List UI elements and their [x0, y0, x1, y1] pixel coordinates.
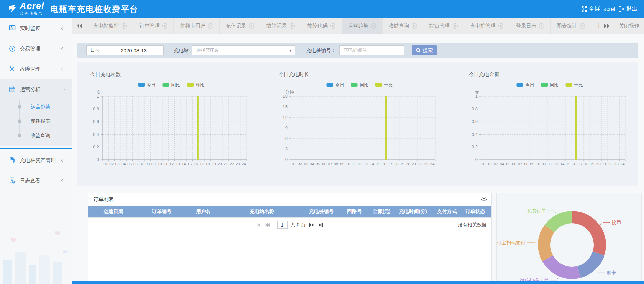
- svg-text:24: 24: [620, 162, 625, 166]
- svg-text:08: 08: [145, 162, 150, 166]
- svg-text:13: 13: [364, 162, 368, 166]
- fullscreen-button[interactable]: 全屏: [581, 5, 600, 13]
- svg-text:22: 22: [608, 162, 612, 166]
- date-input[interactable]: 2020-08-13: [104, 45, 164, 55]
- column-header: 订单状态: [463, 208, 491, 215]
- sidebar-watermark: [0, 219, 72, 284]
- charts-card: 今日充电次数 今日同比环比次00.20.40.60.81010203040506…: [77, 62, 638, 186]
- svg-text:22: 22: [418, 162, 422, 166]
- tab-item[interactable]: 射频卡用户✕: [174, 18, 220, 34]
- chevron-left-icon: [61, 179, 65, 182]
- sidebar-item-pile-assets[interactable]: 充电桩资产管理: [0, 150, 72, 171]
- chart-title: 今日充电时长: [279, 71, 309, 78]
- donut-segment[interactable]: [538, 225, 554, 261]
- sidebar-item-transactions[interactable]: 交易管理: [0, 38, 72, 59]
- svg-text:06: 06: [512, 162, 516, 166]
- svg-text:0: 0: [475, 157, 478, 162]
- filter-bar: 日 2020-08-13 充电站： 选择充电站 ▼ 充电桩编号： 充电桩编号 搜…: [77, 43, 638, 58]
- sidebar-item-fault-management[interactable]: 故障管理: [0, 59, 72, 79]
- logout-button[interactable]: 退出: [619, 5, 637, 13]
- sidebar-item-realtime-monitor[interactable]: 实时监控: [0, 18, 72, 38]
- sidebar-item-energy-report[interactable]: 能耗报表: [0, 114, 72, 128]
- prev-page-icon[interactable]: [265, 223, 270, 227]
- tab-item[interactable]: 登录日志✕: [510, 18, 551, 34]
- svg-text:11: 11: [542, 162, 546, 166]
- tab-close-icon[interactable]: ✕: [498, 23, 503, 29]
- donut-segment[interactable]: [542, 255, 580, 279]
- tab-item[interactable]: 充值记录✕: [220, 18, 260, 34]
- tab-close-icon[interactable]: ✕: [412, 23, 417, 29]
- svg-text:03: 03: [494, 162, 498, 166]
- pagination: 1 共 0 页 没有相关数据: [88, 218, 491, 232]
- sidebar-item-operation-trend[interactable]: 运营趋势: [0, 100, 72, 114]
- svg-text:0: 0: [97, 157, 99, 162]
- svg-text:20: 20: [406, 162, 410, 166]
- svg-text:16: 16: [194, 162, 198, 166]
- chart-charge-amount: 今日充电金额 今日同比环比元00.20.40.60.81010203040506…: [460, 67, 631, 179]
- svg-text:03: 03: [304, 162, 308, 166]
- pile-number-input[interactable]: 充电桩编号: [339, 45, 404, 55]
- station-select[interactable]: 选择充电站 ▼: [192, 45, 295, 55]
- bullet-icon: [18, 134, 21, 137]
- tab-close-icon[interactable]: ✕: [371, 23, 376, 29]
- svg-text:05: 05: [316, 162, 320, 166]
- svg-text:23: 23: [424, 162, 428, 166]
- svg-text:09: 09: [340, 162, 344, 166]
- last-page-icon[interactable]: [318, 223, 323, 227]
- tab-item[interactable]: 充电桩管理✕: [464, 18, 510, 34]
- svg-text:15: 15: [566, 162, 570, 166]
- donut-label: 免费订单: [527, 208, 546, 213]
- tabs-scroll-right-icon[interactable]: [599, 18, 614, 34]
- close-operations-menu[interactable]: 关闭操作: [614, 18, 644, 34]
- tab-item[interactable]: 站点管理✕: [423, 18, 464, 34]
- tab-item[interactable]: 故障代码✕: [301, 18, 342, 34]
- logo-subtext: 安科瑞电气: [20, 11, 44, 16]
- svg-text:01: 01: [292, 162, 296, 166]
- sidebar-item-revenue-query[interactable]: 收益查询: [0, 128, 72, 142]
- tab-close-icon[interactable]: ✕: [330, 23, 335, 29]
- gear-icon[interactable]: [481, 196, 487, 204]
- tab-item[interactable]: 故障记录✕: [260, 18, 301, 34]
- tab-item[interactable]: 图表统计✕: [551, 18, 591, 34]
- svg-text:15: 15: [376, 162, 380, 166]
- tab-close-icon[interactable]: ✕: [580, 23, 585, 29]
- svg-text:10: 10: [346, 162, 350, 166]
- column-header: 订单编号: [139, 208, 185, 215]
- acrel-logo: Acrel 安科瑞电气: [7, 2, 44, 16]
- svg-text:04: 04: [122, 162, 126, 166]
- svg-text:环比: 环比: [384, 82, 393, 87]
- donut-segment[interactable]: [577, 252, 604, 278]
- tab-item[interactable]: 收益查询✕: [383, 18, 423, 34]
- charging-pile-icon: [9, 157, 16, 164]
- page-number-input[interactable]: 1: [277, 221, 288, 229]
- tab-close-icon[interactable]: ✕: [453, 23, 458, 29]
- tab-close-icon[interactable]: ✕: [208, 23, 213, 29]
- svg-text:0.6: 0.6: [472, 119, 478, 124]
- tab-close-icon[interactable]: ✕: [249, 23, 254, 29]
- tab-close-icon[interactable]: ✕: [290, 23, 295, 29]
- donut-segment[interactable]: [572, 211, 606, 255]
- search-button[interactable]: 搜索: [412, 45, 437, 55]
- svg-text:17: 17: [578, 162, 583, 166]
- period-select[interactable]: 日: [86, 45, 104, 55]
- tab-close-icon[interactable]: ✕: [122, 23, 127, 29]
- sidebar-item-operation-analysis[interactable]: 运营分析: [0, 79, 72, 100]
- next-page-icon[interactable]: [309, 223, 314, 227]
- svg-text:18: 18: [205, 162, 210, 166]
- svg-text:01: 01: [103, 162, 108, 166]
- svg-text:19: 19: [211, 162, 216, 166]
- svg-text:20: 20: [596, 162, 601, 166]
- donut-label: 刷卡: [607, 270, 616, 276]
- orders-table-header: 创建日期订单编号用户名充电站名称充电桩编号回路号金额(元)充电时间(分)支付方式…: [88, 206, 491, 218]
- tab-item[interactable]: 订单管理✕: [133, 18, 174, 34]
- column-header: 用户名: [185, 208, 222, 215]
- first-page-icon[interactable]: [256, 223, 261, 227]
- tab-close-icon[interactable]: ✕: [539, 23, 544, 29]
- tab-item[interactable]: 充电站监控✕: [87, 18, 133, 34]
- tab-close-icon[interactable]: ✕: [162, 23, 167, 29]
- tab-item[interactable]: 访问日志✕: [591, 18, 599, 34]
- tabs-scroll-left-icon[interactable]: [72, 18, 87, 34]
- tab-item[interactable]: 运营趋势✕: [342, 18, 383, 34]
- sidebar-item-log-view[interactable]: 日志查看: [0, 171, 72, 191]
- username[interactable]: acrel: [603, 6, 615, 12]
